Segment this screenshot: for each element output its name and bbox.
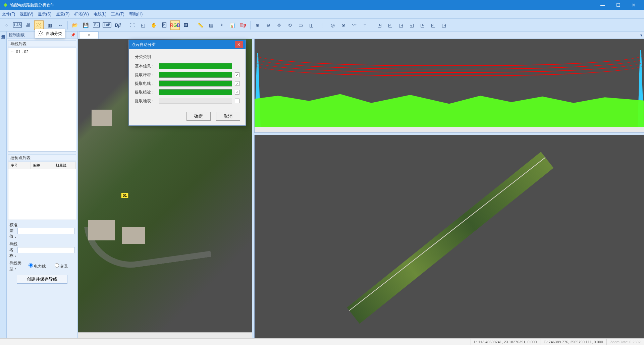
tool-cube4-icon[interactable]: ◱ [407,20,416,30]
tool-fullextent-icon[interactable]: ⛶ [127,20,137,30]
tool-cube7-icon[interactable]: ◲ [439,20,448,30]
menu-wire[interactable]: 电线(L) [94,11,107,17]
cp-col-owner: 归属线 [53,162,76,169]
tool-open-icon[interactable]: 📂 [70,20,79,30]
status-zoomrate: ZoomRate: 0.2592 [606,339,644,345]
create-save-wire-button[interactable]: 创建并保存导线 [17,275,67,284]
viewport-3d[interactable] [254,135,644,338]
row-checkbox[interactable]: ✓ [235,81,239,86]
dialog-row-label: 提取杆塔： [135,72,156,78]
doc-tab[interactable]: × [79,32,99,39]
menu-display[interactable]: 显示(S) [38,11,51,17]
tool-pan-icon[interactable]: ✋ [149,20,158,30]
svg-point-1 [38,22,39,23]
wire-name-label: 导线名称： [9,241,17,258]
tool-width-icon[interactable]: ↔ [56,20,65,30]
svg-point-6 [37,26,38,27]
tool-zoomin-icon[interactable]: ⊕ [253,20,262,30]
tool-cube2-icon[interactable]: ◰ [385,20,395,30]
tool-ep-icon[interactable]: Ep [238,20,248,30]
svg-point-14 [43,34,43,35]
dialog-close-button[interactable]: ✕ [235,41,243,48]
tool-locate-icon[interactable]: ⌖ [217,20,226,30]
svg-point-16 [41,35,41,36]
dialog-row-label: 提取植被： [135,90,156,95]
tool-bracket-icon[interactable]: 〰 [350,20,359,30]
svg-point-2 [40,23,41,24]
dialog-titlebar[interactable]: 点云自动分类 ✕ [129,40,246,49]
tool-image-icon[interactable]: 🖼 [181,20,191,30]
wire-list[interactable]: ⋯ 01 - 02 [8,48,76,152]
tool-chart-icon[interactable]: 📊 [228,20,237,30]
tool-cube5-icon[interactable]: ◳ [418,20,427,30]
panel-pin-icon[interactable]: 📌 [71,33,75,37]
window-close-button[interactable]: ✕ [626,0,641,10]
wire-name-input[interactable] [17,247,75,253]
progress-bar [159,80,232,87]
dialog-cancel-button[interactable]: 取消 [216,112,240,121]
menu-help[interactable]: 帮助(H) [129,11,143,17]
tool-rgb-icon[interactable]: RGB [170,20,180,30]
tool-p-icon[interactable]: P. [92,20,101,30]
tool-rect-icon[interactable]: ▭ [296,20,305,30]
app-logo-icon [3,2,8,8]
std-input[interactable] [17,228,75,234]
dialog-row: 提取植被：✓ [135,89,239,95]
menu-tower[interactable]: 杆塔(W) [74,11,89,17]
tool-cube6-icon[interactable]: ◰ [428,20,438,30]
menu-pointcloud[interactable]: 点云(P) [56,11,69,17]
control-point-table[interactable]: 序号 偏差 归属线 [8,162,76,220]
tool-print-icon[interactable]: 🖶 [23,20,33,30]
menu-file[interactable]: 文件(F) [2,11,15,17]
tool-lab-icon[interactable]: LAB [13,20,22,30]
dialog-ok-button[interactable]: 确定 [186,112,211,121]
menu-tools[interactable]: 工具(T) [111,11,124,17]
tool-circle-x-icon[interactable]: ⊗ [339,20,348,30]
svg-point-9 [39,32,39,32]
tool-cube3-icon[interactable]: ◲ [396,20,406,30]
tabstrip-overflow-icon[interactable]: ▾ [639,32,644,39]
dialog-row-label: 提取地表： [135,98,156,104]
std-label: 标准差值： [9,222,17,239]
tool-zoomout-icon[interactable]: ⊖ [264,20,273,30]
svg-point-13 [41,33,42,34]
tool-auto-classify-icon[interactable] [34,20,44,30]
window-minimize-button[interactable]: — [595,0,610,10]
tool-cube1-icon[interactable]: ◳ [375,20,384,30]
tool-grid-icon[interactable]: ▦ [45,20,54,30]
tool-h-icon[interactable]: H [160,20,169,30]
tool-rect2-icon[interactable]: ◫ [307,20,316,30]
row-checkbox[interactable]: ✓ [235,72,239,77]
dialog-row: 提取电线：✓ [135,80,239,87]
radio-power[interactable]: 电力线 [29,263,49,269]
tool-dji-icon[interactable]: Dji [113,20,122,30]
row-checkbox[interactable]: ✓ [235,90,239,95]
tool-move-icon[interactable]: ✥ [274,20,284,30]
dialog-row-label: 基本信息： [135,63,156,69]
tool-select-icon[interactable]: ⁘ [2,20,11,30]
tool-save-icon[interactable]: 💾 [81,20,90,30]
tool-lab2-icon[interactable]: LAB [102,20,112,30]
close-icon[interactable]: × [88,33,90,38]
tool-measure-icon[interactable]: 📏 [196,20,205,30]
viewport-profile[interactable] [254,39,644,133]
tool-tower-icon[interactable]: ⍑ [360,20,370,30]
dialog-group-label: 分类类别 [135,54,239,60]
svg-point-5 [41,25,42,26]
hscroll-thumb[interactable] [156,333,170,337]
svg-point-3 [37,24,38,25]
auto-classify-dialog: 点云自动分类 ✕ 分类类别 基本信息：提取杆塔：✓提取电线：✓提取植被：✓提取地… [128,40,246,126]
radio-cross[interactable]: 交叉 [55,263,75,269]
tool-rotate-icon[interactable]: ⟲ [285,20,294,30]
row-checkbox[interactable] [235,99,239,103]
tool-vsplit-icon[interactable]: ┊ [317,20,327,30]
tool-slash-icon[interactable]: ▨ [206,20,216,30]
vegetation-points [255,87,644,127]
tower-marker-01[interactable]: 01 [121,193,128,198]
tool-target-icon[interactable]: ◎ [328,20,337,30]
wire-item[interactable]: ⋯ 01 - 02 [10,49,74,55]
window-maximize-button[interactable]: ☐ [610,0,626,10]
menu-view[interactable]: 视图(V) [20,11,33,17]
tool-fitselect-icon[interactable]: ◱ [138,20,148,30]
hscroll-thumb[interactable] [441,128,455,132]
